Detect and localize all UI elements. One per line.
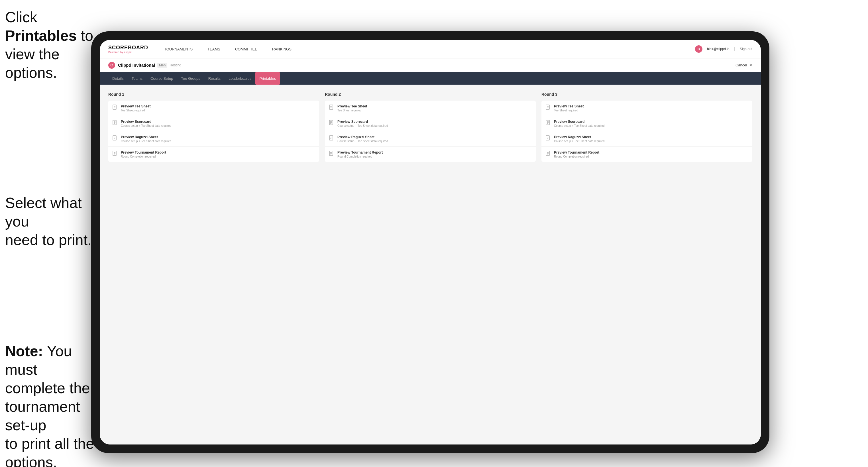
- rounds-grid: Round 1 Preview Tee Sheet Tee Sheet requ…: [108, 92, 752, 162]
- round-1-scorecard-subtitle: Course setup + Tee Sheet data required: [121, 124, 171, 127]
- round-2-tournament-report-subtitle: Round Completion required: [337, 155, 383, 158]
- nav-tournaments[interactable]: TOURNAMENTS: [162, 46, 194, 53]
- doc-icon: [546, 104, 551, 111]
- round-3-tee-sheet[interactable]: Preview Tee Sheet Tee Sheet required: [541, 101, 752, 116]
- separator: |: [734, 46, 735, 52]
- round-2-scorecard-title: Preview Scorecard: [337, 120, 388, 124]
- instruction-middle-text: Select what youneed to print.: [5, 195, 92, 248]
- round-3-tournament-report[interactable]: Preview Tournament Report Round Completi…: [541, 147, 752, 162]
- tab-course-setup[interactable]: Course Setup: [147, 72, 177, 85]
- instruction-printables-bold: Printables: [5, 27, 76, 44]
- round-1-column: Round 1 Preview Tee Sheet Tee Sheet requ…: [108, 92, 319, 162]
- doc-icon: [546, 135, 551, 142]
- round-3-scorecard-title: Preview Scorecard: [554, 120, 604, 124]
- round-2-scorecard[interactable]: Preview Scorecard Course setup + Tee She…: [325, 116, 536, 131]
- instruction-bottom: Note: You mustcomplete thetournament set…: [5, 342, 102, 467]
- logo-sub: Powered by clippd: [108, 51, 148, 54]
- round-2-tee-sheet[interactable]: Preview Tee Sheet Tee Sheet required: [325, 101, 536, 116]
- nav-right: B blair@clippd.io | Sign out: [695, 45, 752, 53]
- doc-icon: [112, 135, 118, 142]
- tab-details[interactable]: Details: [108, 72, 128, 85]
- round-3-heading: Round 3: [541, 92, 752, 97]
- doc-icon: [329, 104, 335, 111]
- round-3-column: Round 3 Preview Tee Sheet Tee Sheet requ…: [541, 92, 752, 162]
- round-1-tournament-report-subtitle: Round Completion required: [121, 155, 166, 158]
- nav-committee[interactable]: COMMITTEE: [234, 46, 259, 53]
- logo-title: SCOREBOARD: [108, 45, 148, 51]
- round-2-heading: Round 2: [325, 92, 536, 97]
- nav-rankings[interactable]: RANKINGS: [271, 46, 293, 53]
- tab-results[interactable]: Results: [204, 72, 224, 85]
- round-2-scorecard-subtitle: Course setup + Tee Sheet data required: [337, 124, 388, 127]
- round-3-tee-sheet-title: Preview Tee Sheet: [554, 104, 584, 108]
- doc-icon: [546, 151, 551, 157]
- round-1-raguzzi-text: Preview Raguzzi Sheet Course setup + Tee…: [121, 135, 171, 143]
- round-1-tee-sheet-subtitle: Tee Sheet required: [121, 109, 151, 112]
- tablet-screen: SCOREBOARD Powered by clippd TOURNAMENTS…: [100, 40, 761, 444]
- round-1-tee-sheet-title: Preview Tee Sheet: [121, 104, 151, 108]
- user-email: blair@clippd.io: [707, 47, 730, 51]
- instruction-top-text3: view the options.: [5, 46, 60, 81]
- round-2-raguzzi-subtitle: Course setup + Tee Sheet data required: [337, 139, 388, 143]
- user-avatar: B: [695, 45, 703, 53]
- instruction-top: Click Printables toview the options.: [5, 8, 96, 82]
- sub-nav: Details Teams Course Setup Tee Groups Re…: [100, 72, 761, 85]
- round-1-tournament-report-text: Preview Tournament Report Round Completi…: [121, 150, 166, 158]
- round-3-tournament-report-subtitle: Round Completion required: [554, 155, 599, 158]
- round-1-card: Preview Tee Sheet Tee Sheet required Pre…: [108, 101, 319, 162]
- doc-icon: [329, 135, 335, 142]
- round-2-card: Preview Tee Sheet Tee Sheet required Pre…: [325, 101, 536, 162]
- instruction-top-text2: to: [76, 27, 93, 44]
- round-2-column: Round 2 Preview Tee Sheet Tee Sheet requ…: [325, 92, 536, 162]
- hosting-badge: Hosting: [169, 63, 181, 67]
- round-1-tee-sheet-text: Preview Tee Sheet Tee Sheet required: [121, 104, 151, 112]
- round-3-card: Preview Tee Sheet Tee Sheet required Pre…: [541, 101, 752, 162]
- round-2-tournament-report[interactable]: Preview Tournament Report Round Completi…: [325, 147, 536, 162]
- round-3-raguzzi-text: Preview Raguzzi Sheet Course setup + Tee…: [554, 135, 604, 143]
- round-3-tournament-report-title: Preview Tournament Report: [554, 150, 599, 154]
- round-1-scorecard[interactable]: Preview Scorecard Course setup + Tee She…: [108, 116, 319, 131]
- doc-icon: [112, 120, 118, 126]
- round-1-raguzzi-subtitle: Course setup + Tee Sheet data required: [121, 139, 171, 143]
- round-3-scorecard-subtitle: Course setup + Tee Sheet data required: [554, 124, 604, 127]
- round-2-tee-sheet-subtitle: Tee Sheet required: [337, 109, 367, 112]
- doc-icon: [329, 120, 335, 126]
- tournament-name: Clippd Invitational: [118, 63, 155, 67]
- round-1-scorecard-title: Preview Scorecard: [121, 120, 171, 124]
- tournament-tag: Men: [157, 63, 167, 68]
- main-content: Round 1 Preview Tee Sheet Tee Sheet requ…: [100, 85, 761, 444]
- round-3-raguzzi[interactable]: Preview Raguzzi Sheet Course setup + Tee…: [541, 131, 752, 147]
- doc-icon: [546, 120, 551, 126]
- round-1-raguzzi-title: Preview Raguzzi Sheet: [121, 135, 171, 139]
- round-2-raguzzi-text: Preview Raguzzi Sheet Course setup + Tee…: [337, 135, 388, 143]
- tab-leaderboards[interactable]: Leaderboards: [224, 72, 255, 85]
- tab-tee-groups[interactable]: Tee Groups: [177, 72, 204, 85]
- doc-icon: [329, 151, 335, 157]
- tournament-logo-icon: C: [108, 62, 115, 69]
- top-nav: SCOREBOARD Powered by clippd TOURNAMENTS…: [100, 40, 761, 58]
- round-1-raguzzi[interactable]: Preview Raguzzi Sheet Course setup + Tee…: [108, 131, 319, 147]
- tab-teams[interactable]: Teams: [128, 72, 147, 85]
- sign-out-link[interactable]: Sign out: [740, 47, 752, 51]
- nav-teams[interactable]: TEAMS: [206, 46, 222, 53]
- round-3-tee-sheet-subtitle: Tee Sheet required: [554, 109, 584, 112]
- tab-printables[interactable]: Printables: [255, 72, 280, 85]
- instruction-middle: Select what youneed to print.: [5, 194, 96, 249]
- round-2-raguzzi-title: Preview Raguzzi Sheet: [337, 135, 388, 139]
- cancel-button[interactable]: Cancel ✕: [736, 63, 752, 67]
- round-1-tee-sheet[interactable]: Preview Tee Sheet Tee Sheet required: [108, 101, 319, 116]
- round-1-tournament-report[interactable]: Preview Tournament Report Round Completi…: [108, 147, 319, 162]
- logo-area: SCOREBOARD Powered by clippd: [108, 45, 148, 54]
- instruction-note-text: You mustcomplete thetournament set-upto …: [5, 343, 94, 467]
- round-3-tournament-report-text: Preview Tournament Report Round Completi…: [554, 150, 599, 158]
- round-2-tournament-report-text: Preview Tournament Report Round Completi…: [337, 150, 383, 158]
- round-2-raguzzi[interactable]: Preview Raguzzi Sheet Course setup + Tee…: [325, 131, 536, 147]
- round-3-scorecard-text: Preview Scorecard Course setup + Tee She…: [554, 120, 604, 127]
- tournament-header: C Clippd Invitational Men Hosting Cancel…: [100, 58, 761, 72]
- tablet-device: SCOREBOARD Powered by clippd TOURNAMENTS…: [91, 31, 769, 453]
- doc-icon: [112, 104, 118, 111]
- round-3-raguzzi-title: Preview Raguzzi Sheet: [554, 135, 604, 139]
- round-1-tournament-report-title: Preview Tournament Report: [121, 150, 166, 154]
- round-2-scorecard-text: Preview Scorecard Course setup + Tee She…: [337, 120, 388, 127]
- round-3-scorecard[interactable]: Preview Scorecard Course setup + Tee She…: [541, 116, 752, 131]
